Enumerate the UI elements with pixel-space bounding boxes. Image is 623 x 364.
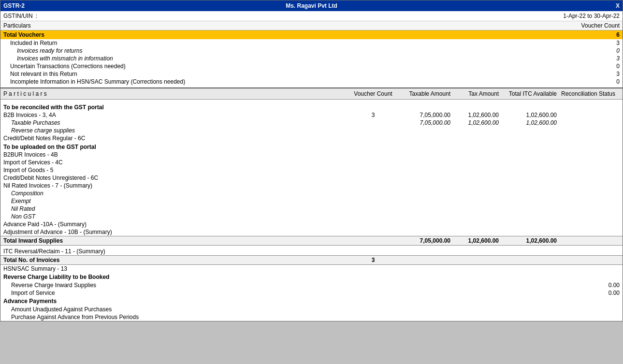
import-services-label: Import of Services - 4C xyxy=(3,159,63,166)
col-recon-header: Reconciliation Status xyxy=(557,90,620,97)
invoices-mismatch-label: Invoices with mismatch in information xyxy=(3,55,113,62)
close-button[interactable]: X xyxy=(616,2,620,9)
reverse-charge-supplies-label: Reverse charge supplies xyxy=(11,127,354,134)
non-gst-label: Non GST xyxy=(11,213,35,220)
total-inward-itc: 1,02,600.00 xyxy=(499,237,557,244)
col-tax-header: Tax Amount xyxy=(450,90,499,97)
gstin-colon: : xyxy=(36,13,37,19)
b2b-recon xyxy=(557,112,620,118)
b2b-taxable: 7,05,000.00 xyxy=(392,112,450,118)
total-inward-label: Total Inward Supplies xyxy=(3,237,354,244)
adjustment-advance-row: Adjustment of Advance - 10B - (Summary) xyxy=(0,228,623,236)
total-vouchers-value: 6 xyxy=(616,31,620,38)
title-center: Ms. Ragavi Pvt Ltd xyxy=(286,2,337,9)
rc-inward-value: 0.00 xyxy=(609,282,620,289)
taxable-purchases-label: Taxable Purchases xyxy=(11,119,354,126)
rc-inward-label: Reverse Charge Inward Supplies xyxy=(11,282,96,289)
itc-reversal-label: ITC Reversal/Reclaim - 11 - (Summary) xyxy=(3,248,105,255)
total-no-invoices-label: Total No. of Invoices xyxy=(3,257,354,263)
total-no-invoices-value: 3 xyxy=(354,257,392,263)
purchase-against-advance-label: Purchase Against Advance from Previous P… xyxy=(11,314,139,320)
gstin-row: GSTIN/UIN : 1-Apr-22 to 30-Apr-22 xyxy=(0,11,623,21)
adjustment-advance-label: Adjustment of Advance - 10B - (Summary) xyxy=(3,229,112,235)
import-goods-label: Import of Goods - 5 xyxy=(3,167,53,174)
uncertain-transactions-row: Uncertain Transactions (Corrections need… xyxy=(0,62,623,70)
invoices-ready-label: Invoices ready for returns xyxy=(3,47,82,54)
uncertain-transactions-label: Uncertain Transactions (Corrections need… xyxy=(3,63,126,70)
col-voucher-header: Voucher Count xyxy=(354,90,392,97)
main-window: GSTR-2 Ms. Ragavi Pvt Ltd X GSTIN/UIN : … xyxy=(0,0,623,321)
credit-debit-regular-row: Credit/Debit Notes Regular - 6C xyxy=(0,134,623,142)
composition-label: Composition xyxy=(11,190,43,197)
credit-debit-unreg-label: Credit/Debit Notes Unregistered - 6C xyxy=(3,175,98,181)
title-bar: GSTR-2 Ms. Ragavi Pvt Ltd X xyxy=(0,0,623,11)
advance-paid-row: Advance Paid -10A - (Summary) xyxy=(0,220,623,228)
import-service-value: 0.00 xyxy=(609,290,620,296)
b2b-tax: 1,02,600.00 xyxy=(450,112,499,118)
b2b-itc: 1,02,600.00 xyxy=(499,112,557,118)
invoices-mismatch-row: Invoices with mismatch in information 3 xyxy=(0,55,623,62)
b2b-voucher-count: 3 xyxy=(354,112,392,118)
included-in-return-label: Included in Return xyxy=(3,40,57,46)
import-service-row: Import of Service 0.00 xyxy=(0,289,623,297)
not-relevant-label: Not relevant in this Return xyxy=(3,71,77,77)
tp-tax: 1,02,600.00 xyxy=(450,119,499,126)
advance-payments-header: Advance Payments xyxy=(0,297,623,306)
purchase-against-advance-row: Purchase Against Advance from Previous P… xyxy=(0,313,623,321)
b2b-invoices-row: B2B Invoices - 3, 4A 3 7,05,000.00 1,02,… xyxy=(0,111,623,119)
non-gst-row: Non GST xyxy=(0,213,623,220)
b2b-label: B2B Invoices - 3, 4A xyxy=(3,112,354,118)
invoices-ready-value: 0 xyxy=(616,47,620,54)
total-vouchers-row: Total Vouchers 6 xyxy=(0,30,623,39)
import-services-row: Import of Services - 4C xyxy=(0,159,623,166)
tp-itc: 1,02,600.00 xyxy=(499,119,557,126)
amount-unadjusted-row: Amount Unadjusted Against Purchases xyxy=(0,306,623,313)
upload-section-header: To be uploaded on the GST portal xyxy=(0,143,623,151)
composition-row: Composition xyxy=(0,189,623,197)
itc-reversal-row: ITC Reversal/Reclaim - 11 - (Summary) xyxy=(0,248,623,255)
col-taxable-header: Taxable Amount xyxy=(392,90,450,97)
nil-rated-label: Nil Rated Invoices - 7 - (Summary) xyxy=(3,182,92,189)
included-in-return-value: 3 xyxy=(616,40,620,46)
reconcile-section-header: To be reconciled with the GST portal xyxy=(0,103,623,111)
taxable-purchases-row: Taxable Purchases 7,05,000.00 1,02,600.0… xyxy=(0,119,623,127)
col-itc-header: Total ITC Available xyxy=(499,90,557,97)
not-relevant-row: Not relevant in this Return 3 xyxy=(0,70,623,78)
incomplete-info-label: Incomplete Information in HSN/SAC Summar… xyxy=(3,78,185,85)
particulars-header-row: Particulars Voucher Count xyxy=(0,21,623,30)
invoices-mismatch-value: 3 xyxy=(616,55,620,62)
gstin-label: GSTIN/UIN xyxy=(3,13,33,19)
credit-debit-unreg-row: Credit/Debit Notes Unregistered - 6C xyxy=(0,174,623,182)
voucher-count-col-label: Voucher Count xyxy=(581,22,620,29)
reverse-charge-supplies-row: Reverse charge supplies xyxy=(0,127,623,134)
import-goods-row: Import of Goods - 5 xyxy=(0,166,623,174)
advance-paid-label: Advance Paid -10A - (Summary) xyxy=(3,221,87,228)
total-no-invoices-row: Total No. of Invoices 3 xyxy=(0,255,623,265)
tp-voucher xyxy=(354,119,392,126)
tp-taxable: 7,05,000.00 xyxy=(392,119,450,126)
import-service-label: Import of Service xyxy=(11,290,55,296)
total-vouchers-label: Total Vouchers xyxy=(3,31,44,38)
total-inward-supplies-row: Total Inward Supplies 7,05,000.00 1,02,6… xyxy=(0,236,623,246)
not-relevant-value: 3 xyxy=(616,71,620,77)
credit-debit-regular-label: Credit/Debit Notes Regular - 6C xyxy=(3,135,354,142)
nil-rated-sub-label: Nil Rated xyxy=(11,205,35,212)
nil-rated-sub-row: Nil Rated xyxy=(0,205,623,213)
total-inward-taxable: 7,05,000.00 xyxy=(392,237,450,244)
exempt-row: Exempt xyxy=(0,197,623,205)
particulars-col-label: Particulars xyxy=(3,22,31,29)
exempt-label: Exempt xyxy=(11,198,31,204)
uncertain-transactions-value: 0 xyxy=(616,63,620,70)
date-range: 1-Apr-22 to 30-Apr-22 xyxy=(563,13,620,19)
title-left: GSTR-2 xyxy=(3,2,25,9)
rc-inward-row: Reverse Charge Inward Supplies 0.00 xyxy=(0,281,623,289)
amount-unadjusted-label: Amount Unadjusted Against Purchases xyxy=(11,306,112,313)
col-particulars-header: P a r t i c u l a r s xyxy=(3,90,354,97)
included-in-return-row: Included in Return 3 xyxy=(0,39,623,47)
nil-rated-row: Nil Rated Invoices - 7 - (Summary) xyxy=(0,182,623,189)
b2bur-row: B2BUR Invoices - 4B xyxy=(0,151,623,159)
table-column-headers: P a r t i c u l a r s Voucher Count Taxa… xyxy=(0,87,623,100)
reverse-charge-header: Reverse Charge Liability to be Booked xyxy=(0,273,623,281)
incomplete-info-row: Incomplete Information in HSN/SAC Summar… xyxy=(0,78,623,86)
hsn-sac-row: HSN/SAC Summary - 13 xyxy=(0,265,623,273)
